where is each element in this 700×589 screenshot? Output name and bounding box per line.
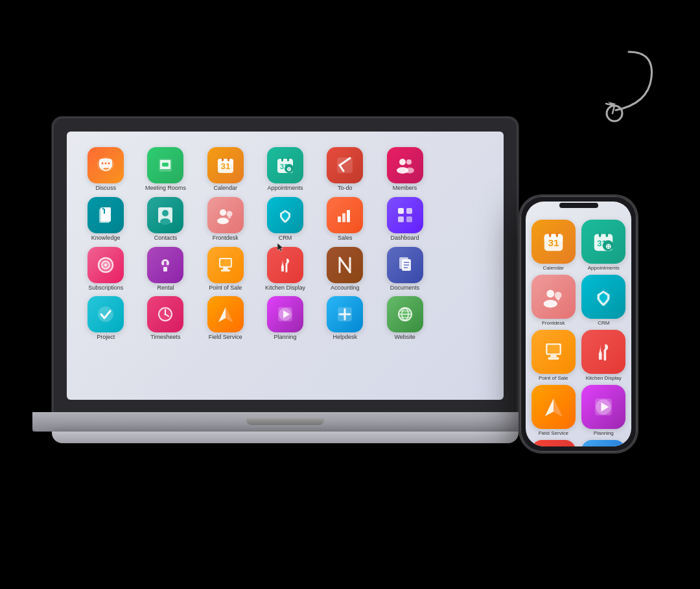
calendar-label: Calendar: [213, 185, 237, 192]
phone-appointments-label: Appointments: [588, 265, 620, 271]
app-todo[interactable]: To-do: [316, 144, 374, 194]
phone-app-planning[interactable]: Planning: [580, 385, 628, 436]
dashboard-label: Dashboard: [391, 235, 419, 242]
rental-icon: [147, 247, 183, 283]
app-appointments[interactable]: 31⊕ Appointments: [256, 144, 314, 194]
app-hidden3: [436, 244, 494, 294]
appointments-icon: 31⊕: [267, 147, 303, 183]
timesheets-icon: [147, 296, 183, 332]
app-fieldservice[interactable]: Field Service: [196, 294, 255, 343]
svg-rect-18: [281, 157, 283, 161]
app-project[interactable]: Project: [76, 294, 135, 343]
laptop-hinge: [246, 419, 324, 425]
phone-planning-label: Planning: [594, 430, 614, 436]
app-timesheets[interactable]: Timesheets: [136, 294, 194, 343]
todo-label: To-do: [338, 185, 353, 192]
phone-screen: 31 Calendar 31⊕ Appointments + Fron: [526, 202, 631, 446]
svg-point-3: [102, 163, 104, 165]
svg-rect-51: [163, 267, 167, 271]
documents-icon: [387, 247, 423, 283]
svg-rect-96: [606, 233, 609, 237]
app-contacts[interactable]: Contacts: [136, 194, 194, 244]
svg-line-57: [340, 258, 350, 272]
knowledge-icon: [88, 197, 124, 233]
app-frontdesk[interactable]: + Frontdesk: [196, 194, 255, 244]
app-website[interactable]: Website: [375, 294, 434, 343]
phone-app-calendar[interactable]: 31 Calendar: [530, 220, 578, 271]
app-sales[interactable]: Sales: [316, 194, 374, 244]
svg-point-33: [160, 218, 170, 225]
app-rental[interactable]: Rental: [136, 244, 194, 294]
svg-text:⊕: ⊕: [605, 242, 611, 250]
laptop: Discuss Meeting Rooms 31 Calendar: [32, 117, 538, 505]
phone-calendar-icon: 31: [531, 220, 576, 264]
pos-label: Point of Sale: [209, 284, 242, 292]
phone-app-crm[interactable]: CRM: [580, 275, 628, 326]
app-meeting-rooms[interactable]: Meeting Rooms: [136, 144, 194, 194]
app-members[interactable]: Members: [375, 144, 434, 194]
phone-app-grid: 31 Calendar 31⊕ Appointments + Fron: [530, 220, 627, 446]
phone-app-frontdesk[interactable]: + Frontdesk: [530, 275, 578, 326]
app-crm[interactable]: CRM: [256, 194, 314, 244]
phone-app-fieldservice[interactable]: Field Service: [530, 385, 578, 436]
app-planning[interactable]: Planning: [256, 294, 314, 343]
dashboard-icon: [387, 197, 423, 233]
phone-app-email-marketing[interactable]: Email Marketing: [580, 440, 628, 446]
subscriptions-label: Subscriptions: [88, 284, 123, 292]
app-dashboard[interactable]: Dashboard: [375, 194, 434, 244]
phone-body: 31 Calendar 31⊕ Appointments + Fron: [519, 194, 638, 454]
svg-rect-19: [287, 157, 289, 161]
knowledge-label: Knowledge: [91, 235, 121, 242]
svg-rect-41: [398, 208, 404, 214]
app-documents[interactable]: Documents: [375, 244, 434, 294]
svg-point-23: [399, 159, 406, 165]
svg-rect-40: [347, 210, 350, 222]
documents-label: Documents: [390, 284, 420, 292]
phone-pos-icon: [531, 330, 576, 374]
svg-rect-39: [342, 213, 345, 222]
discuss-label: Discuss: [95, 185, 116, 192]
app-pos[interactable]: Point of Sale: [196, 244, 255, 294]
svg-point-4: [105, 163, 107, 165]
phone-planning-icon: [581, 385, 625, 429]
svg-rect-54: [223, 268, 228, 270]
laptop-app-row-2: Knowledge Contacts + Frontdesk: [73, 194, 497, 244]
planning-label: Planning: [274, 334, 296, 341]
svg-text:⊕: ⊕: [286, 166, 292, 172]
phone-frontdesk-icon: +: [531, 275, 576, 319]
app-discuss[interactable]: Discuss: [76, 144, 135, 194]
phone-app-appointments[interactable]: 31⊕ Appointments: [580, 220, 628, 271]
svg-rect-90: [555, 233, 558, 237]
app-accounting[interactable]: Accounting: [316, 244, 374, 294]
phone-calendar-label: Calendar: [543, 265, 564, 271]
app-knowledge[interactable]: Knowledge: [76, 194, 135, 244]
phone-app-marketing-auto[interactable]: Marketing Auto: [530, 440, 578, 446]
crm-label: CRM: [279, 235, 292, 242]
app-helpdesk[interactable]: Helpdesk: [316, 294, 374, 343]
contacts-label: Contacts: [154, 235, 178, 242]
svg-marker-72: [226, 307, 233, 322]
svg-text:31: 31: [220, 161, 229, 171]
svg-rect-95: [599, 233, 601, 237]
laptop-screen-content: Discuss Meeting Rooms 31 Calendar: [67, 132, 504, 400]
phone-app-kitchen[interactable]: Kitchen Display: [580, 330, 628, 381]
phone-frontdesk-label: Frontdesk: [542, 320, 565, 326]
app-calendar[interactable]: 31 Calendar: [196, 144, 255, 194]
project-icon: [88, 296, 124, 332]
svg-rect-102: [547, 345, 559, 353]
svg-rect-12: [222, 157, 224, 161]
fieldservice-icon: [207, 296, 244, 332]
phone: 31 Calendar 31⊕ Appointments + Fron: [519, 194, 638, 454]
phone-app-pos[interactable]: Point of Sale: [530, 330, 578, 381]
svg-point-32: [162, 210, 169, 216]
phone-kitchen-label: Kitchen Display: [586, 375, 622, 381]
svg-rect-89: [549, 233, 552, 237]
frontdesk-icon: +: [207, 197, 244, 233]
app-kitchen[interactable]: Kitchen Display: [256, 244, 314, 294]
frontdesk-label: Frontdesk: [213, 235, 239, 242]
svg-rect-42: [406, 208, 412, 214]
phone-marketing-icon: [531, 440, 576, 446]
svg-text:+: +: [228, 214, 231, 221]
app-subscriptions[interactable]: Subscriptions: [76, 244, 135, 294]
crm-icon: [267, 197, 303, 233]
